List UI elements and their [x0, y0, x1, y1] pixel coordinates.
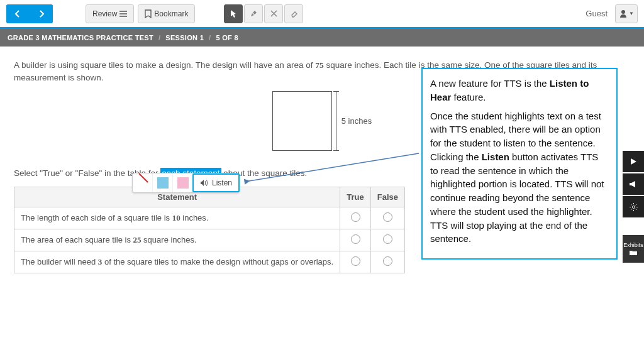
true-cell: [340, 251, 370, 273]
highlighter-tool[interactable]: [244, 4, 263, 23]
play-tts-button[interactable]: [623, 151, 644, 172]
highlight-pink-button[interactable]: [173, 173, 193, 192]
eraser-icon: [290, 10, 298, 18]
settings-button[interactable]: [623, 196, 644, 217]
th-false: False: [370, 187, 404, 207]
breadcrumb-test: GRADE 3 MATHEMATICS PRACTICE TEST: [8, 34, 153, 41]
svg-point-0: [621, 10, 625, 14]
arrow-right-icon: [37, 9, 46, 18]
guest-label: Guest: [586, 9, 608, 18]
megaphone-icon: [629, 180, 638, 188]
eraser-tool[interactable]: [284, 4, 303, 23]
true-cell: [340, 229, 370, 251]
user-icon: [619, 9, 628, 18]
pointer-tool[interactable]: [224, 4, 243, 23]
svg-point-2: [632, 206, 635, 208]
clear-highlight-button[interactable]: [133, 173, 153, 192]
table-row: The length of each side of a square tile…: [14, 207, 405, 229]
table-row: The builder will need 3 of the square ti…: [14, 251, 405, 273]
highlight-toolbar: Listen: [132, 173, 240, 193]
tile-square: [272, 91, 332, 151]
exhibits-button[interactable]: Exhibits: [623, 235, 644, 263]
callout-p2: Once the student highlights text on a te…: [430, 109, 609, 246]
annotation-tools: [224, 4, 303, 23]
radio-true[interactable]: [351, 212, 360, 222]
true-cell: [340, 207, 370, 229]
review-button[interactable]: Review: [86, 4, 134, 23]
radio-true[interactable]: [351, 234, 360, 244]
arrow-left-icon: [13, 9, 22, 18]
listen-button[interactable]: Listen: [192, 173, 240, 192]
radio-false[interactable]: [383, 256, 392, 266]
true-false-table: Statement True False The length of each …: [14, 187, 405, 273]
gear-icon: [630, 203, 638, 211]
breadcrumb-sep: /: [158, 34, 160, 41]
breadcrumb-sep: /: [209, 34, 211, 41]
listen-label: Listen: [212, 178, 232, 187]
nav-group: [6, 4, 53, 23]
statement-cell: The builder will need 3 of the square ti…: [14, 251, 340, 273]
breadcrumb: GRADE 3 MATHEMATICS PRACTICE TEST / SESS…: [0, 29, 644, 47]
statement-cell: The area of each square tile is 25 squar…: [14, 229, 340, 251]
false-cell: [370, 229, 404, 251]
statement-cell: The length of each side of a square tile…: [14, 207, 340, 229]
callout-box: A new feature for TTS is the Listen to H…: [421, 68, 618, 260]
highlighter-icon: [250, 10, 257, 18]
table-row: The area of each square tile is 25 squar…: [14, 229, 405, 251]
highlight-blue-button[interactable]: [153, 173, 173, 192]
radio-false[interactable]: [383, 234, 392, 244]
announce-button[interactable]: [623, 173, 644, 195]
bookmark-icon: [145, 9, 152, 18]
caret-down-icon: ▼: [629, 11, 634, 16]
false-cell: [370, 207, 404, 229]
measure-label: 5 inches: [341, 116, 372, 126]
radio-true[interactable]: [351, 256, 360, 266]
forward-button[interactable]: [30, 4, 53, 23]
pointer-icon: [230, 9, 237, 18]
radio-false[interactable]: [383, 212, 392, 222]
tile-measure: 5 inches: [336, 91, 372, 151]
play-icon: [630, 158, 637, 165]
strike-tool[interactable]: [264, 4, 283, 23]
back-button[interactable]: [6, 4, 29, 23]
speaker-icon: [200, 179, 209, 187]
breadcrumb-progress: 5 OF 8: [216, 34, 238, 41]
exhibits-label: Exhibits: [623, 242, 643, 248]
breadcrumb-session: SESSION 1: [165, 34, 204, 41]
x-icon: [270, 10, 277, 17]
th-true: True: [340, 187, 370, 207]
top-toolbar: Review Bookmark Guest ▼: [0, 0, 644, 29]
side-panel: Exhibits: [623, 151, 644, 264]
review-label: Review: [92, 9, 117, 18]
bookmark-label: Bookmark: [154, 9, 188, 18]
user-menu-button[interactable]: ▼: [615, 4, 638, 23]
callout-p1: A new feature for TTS is the Listen to H…: [430, 77, 609, 104]
folder-icon: [629, 250, 638, 256]
list-icon: [119, 11, 127, 17]
bookmark-button[interactable]: Bookmark: [138, 4, 195, 23]
false-cell: [370, 251, 404, 273]
